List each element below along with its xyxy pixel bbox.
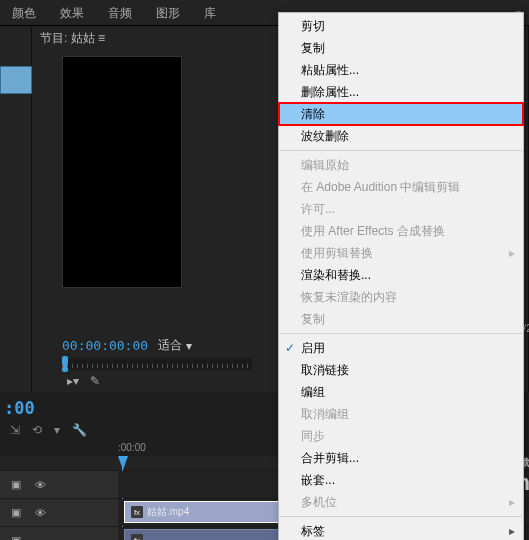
program-timecode[interactable]: 00:00:00:00 <box>62 338 148 353</box>
tab-effects[interactable]: 效果 <box>48 0 96 26</box>
track-eye-icon[interactable]: 👁 <box>32 505 48 521</box>
menu-use-clip-replace: 使用剪辑替换 <box>279 242 523 264</box>
track-header-v0: ▣ 👁 <box>0 499 118 526</box>
wrench-icon[interactable]: 🔧 <box>72 423 87 437</box>
menu-separator <box>280 150 522 151</box>
menu-copy[interactable]: 复制 <box>279 37 523 59</box>
fx-icon[interactable]: fx <box>131 534 143 540</box>
menu-restore-unrendered: 恢复未渲染的内容 <box>279 286 523 308</box>
menu-edit-original: 编辑原始 <box>279 154 523 176</box>
chevron-down-icon: ▾ <box>186 339 192 353</box>
timeline-clip-audio[interactable]: fx <box>124 529 284 540</box>
menu-cut[interactable]: 剪切 <box>279 15 523 37</box>
source-clip-bar[interactable] <box>0 66 32 94</box>
menu-ungroup: 取消编组 <box>279 403 523 425</box>
menu-edit-audition: 在 Adobe Audition 中编辑剪辑 <box>279 176 523 198</box>
clip-label: 姑姑.mp4 <box>147 505 189 519</box>
track-eye-icon[interactable]: 👁 <box>32 477 48 493</box>
export-frame-icon[interactable]: ✎ <box>84 374 106 388</box>
fx-icon[interactable]: fx <box>131 506 143 518</box>
snap-icon[interactable]: ⇲ <box>10 423 20 437</box>
ruler-label: :00:00 <box>118 442 146 453</box>
menu-duplicate: 复制 <box>279 308 523 330</box>
clip-context-menu: 剪切 复制 粘贴属性... 删除属性... 清除 波纹删除 编辑原始 在 Ado… <box>278 12 524 540</box>
menu-separator <box>280 516 522 517</box>
menu-unlink[interactable]: 取消链接 <box>279 359 523 381</box>
menu-label[interactable]: 标签 <box>279 520 523 540</box>
menu-license: 许可... <box>279 198 523 220</box>
menu-enable[interactable]: 启用 <box>279 337 523 359</box>
linked-selection-icon[interactable]: ⟲ <box>32 423 42 437</box>
source-panel-strip <box>0 26 32 392</box>
menu-render-replace[interactable]: 渲染和替换... <box>279 264 523 286</box>
panel-title: 节目: 姑姑 ≡ <box>40 26 105 50</box>
tab-audio[interactable]: 音频 <box>96 0 144 26</box>
menu-clear[interactable]: 清除 <box>279 103 523 125</box>
playhead-icon[interactable] <box>118 456 128 470</box>
menu-group[interactable]: 编组 <box>279 381 523 403</box>
menu-remove-attributes[interactable]: 删除属性... <box>279 81 523 103</box>
marker-icon[interactable]: ▾ <box>54 423 60 437</box>
menu-merge-clips[interactable]: 合并剪辑... <box>279 447 523 469</box>
scrub-ticks <box>62 364 252 368</box>
program-scrub-bar[interactable] <box>62 358 252 370</box>
tab-graphics[interactable]: 图形 <box>144 0 192 26</box>
track-toggle-output-icon[interactable]: ▣ <box>8 505 24 521</box>
tab-color[interactable]: 颜色 <box>0 0 48 26</box>
track-toggle-output-icon[interactable]: ▣ <box>8 477 24 493</box>
track-header-a0: ▣ <box>0 527 118 540</box>
track-header-v1: ▣ 👁 <box>0 471 118 498</box>
menu-ripple-delete[interactable]: 波纹删除 <box>279 125 523 147</box>
menu-nest[interactable]: 嵌套... <box>279 469 523 491</box>
menu-paste-attributes[interactable]: 粘贴属性... <box>279 59 523 81</box>
menu-sync: 同步 <box>279 425 523 447</box>
zoom-fit-label: 适合 <box>158 337 182 354</box>
track-toggle-output-icon[interactable]: ▣ <box>8 533 24 541</box>
timeline-clip[interactable]: fx 姑姑.mp4 <box>124 501 284 523</box>
zoom-fit-dropdown[interactable]: 适合 ▾ <box>158 337 192 354</box>
menu-separator <box>280 333 522 334</box>
mark-in-dropdown-icon[interactable]: ▸▾ <box>62 374 84 388</box>
tab-library[interactable]: 库 <box>192 0 228 26</box>
menu-ae-replace: 使用 After Effects 合成替换 <box>279 220 523 242</box>
menu-multicam: 多机位 <box>279 491 523 513</box>
program-preview[interactable] <box>62 56 182 288</box>
